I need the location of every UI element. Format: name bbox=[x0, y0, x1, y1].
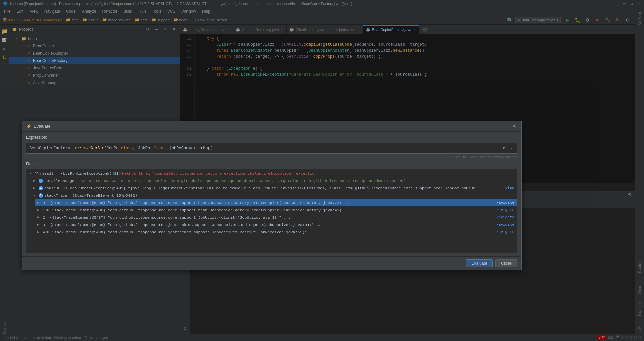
result-val-st2: {StackTraceElement@5487} "com.github.lts… bbox=[50, 215, 291, 220]
close-dialog-button[interactable]: Close bbox=[495, 259, 517, 267]
result-row-cause[interactable]: ▶ i cause = {IllegalStateException@5481}… bbox=[31, 184, 517, 192]
result-val-detail: "Generate BeanCopier error, sourceClass=… bbox=[79, 179, 406, 183]
expr-fn-name: createCopier bbox=[73, 146, 104, 151]
result-error-msg: Method threw 'com.github.ltsopensource.c… bbox=[122, 171, 319, 176]
result-arrow-st3: ▶ bbox=[37, 223, 41, 227]
result-row-st-3[interactable]: ▶ 3 = {StackTraceElement@5488} "com.gith… bbox=[35, 221, 517, 228]
expression-input[interactable]: BeanCopierFactory. createCopier(JobPo.cl… bbox=[26, 143, 517, 154]
result-row-st-2[interactable]: ▶ 2 = {StackTraceElement@5487} "com.gith… bbox=[35, 214, 517, 221]
result-key-detail: detailMessage bbox=[44, 179, 74, 183]
result-key-cause: cause bbox=[44, 186, 56, 190]
evaluate-dialog-footer: Evaluate Close bbox=[22, 256, 521, 270]
expr-paren-open: (JobPo. bbox=[104, 146, 121, 151]
expr-kw-class2: class bbox=[152, 146, 164, 151]
result-row-st-0[interactable]: ▶ 0 = {StackTraceElement@5485} "com.gith… bbox=[35, 199, 517, 206]
evaluate-button[interactable]: Evaluate bbox=[466, 259, 493, 267]
result-row-detailmessage[interactable]: ▶ i detailMessage = "Generate BeanCopier… bbox=[31, 177, 517, 184]
result-key-stacktrace: stackTrace bbox=[44, 193, 67, 198]
result-nav-cause[interactable]: View bbox=[505, 186, 514, 190]
expr-sep2: , jobPoConverterMap bbox=[164, 146, 210, 151]
result-val-st1: {StackTraceElement@5486} "com.github.lts… bbox=[50, 208, 353, 212]
result-val-st3: {StackTraceElement@5488} "com.github.lts… bbox=[50, 223, 323, 227]
evaluate-dialog-icon: ⚡ bbox=[26, 124, 32, 129]
result-val-cause: {IllegalStateException@5481} "java.lang.… bbox=[61, 186, 484, 190]
result-key-st4: 4 bbox=[43, 230, 45, 234]
result-eq-st3: = bbox=[46, 223, 49, 227]
result-info-icon-cause: i bbox=[39, 186, 43, 190]
result-nav-st1[interactable]: Navigate bbox=[496, 208, 514, 212]
result-key-st2: 2 bbox=[43, 215, 45, 220]
result-key-st1: 1 bbox=[43, 208, 45, 212]
result-eq-st0: = bbox=[46, 201, 49, 205]
result-arrow-detail: ▶ bbox=[33, 179, 37, 183]
result-row-st-1[interactable]: ▶ 1 = {StackTraceElement@5486} "com.gith… bbox=[35, 206, 517, 214]
result-arrow-st0: ▶ bbox=[37, 201, 41, 205]
evaluate-close-button[interactable]: ✕ bbox=[511, 123, 517, 130]
result-row-st-4[interactable]: ▶ 4 = {StackTraceElement@5489} "com.gith… bbox=[35, 228, 517, 236]
evaluate-dialog-header: ⚡ Evaluate ✕ bbox=[22, 121, 521, 132]
result-eq-st2: = bbox=[46, 215, 49, 220]
result-nav-st0[interactable]: Navigate bbox=[496, 201, 514, 205]
evaluate-dialog-title-area: ⚡ Evaluate bbox=[26, 124, 511, 129]
result-val-st0: {StackTraceElement@5485} "com.github.lts… bbox=[50, 201, 353, 205]
more-icon[interactable]: ⋮ bbox=[508, 145, 514, 151]
expr-paren-close: ) bbox=[210, 146, 213, 151]
result-arrow-st2: ▶ bbox=[37, 215, 41, 219]
result-arrow-st1: ▶ bbox=[37, 208, 41, 212]
result-nav-st2[interactable]: Navigate bbox=[496, 215, 514, 219]
result-val-st4: {StackTraceElement@5489} "com.github.lts… bbox=[50, 230, 316, 234]
result-info-icon-detail: i bbox=[39, 179, 43, 183]
result-key-st3: 3 bbox=[43, 223, 45, 227]
result-oo-icon: oo bbox=[35, 172, 39, 175]
result-eq-cause: = bbox=[57, 186, 60, 190]
evaluate-dialog-title: Evaluate bbox=[34, 124, 51, 129]
result-eq-st1: = bbox=[46, 208, 49, 212]
expression-text: BeanCopierFactory. createCopier(JobPo.cl… bbox=[29, 146, 213, 151]
result-label: Result: bbox=[26, 162, 517, 166]
evaluate-dialog-body: Expression: BeanCopierFactory. createCop… bbox=[22, 132, 521, 256]
result-arrow-stacktrace: ▾ bbox=[33, 193, 37, 197]
evaluate-hint: Use Ctrl+Shift+Enter to add to Watches bbox=[26, 155, 517, 159]
expression-label: Expression: bbox=[26, 135, 517, 140]
result-row-root[interactable]: ▾ oo result = {LtsRuntimeException@5431}… bbox=[26, 169, 517, 177]
result-nav-st3[interactable]: Navigate bbox=[496, 223, 514, 227]
result-eq-st4: = bbox=[46, 230, 49, 234]
result-info-icon-stacktrace: i bbox=[39, 193, 43, 198]
result-tree: ▾ oo result = {LtsRuntimeException@5431}… bbox=[26, 169, 517, 253]
result-arrow-root: ▾ bbox=[29, 171, 33, 175]
result-key-root: result = {LtsRuntimeException@5431} bbox=[40, 171, 121, 176]
result-arrow-cause: ▶ bbox=[33, 186, 37, 190]
expr-kw-class1: class bbox=[121, 146, 133, 151]
result-key-st0: 0 bbox=[43, 201, 45, 205]
expr-sep1: , JobPo. bbox=[133, 146, 153, 151]
evaluate-dialog: ⚡ Evaluate ✕ Expression: BeanCopierFacto… bbox=[22, 121, 522, 270]
result-val-stacktrace: {StackTraceElement[15]@5482} bbox=[72, 193, 137, 198]
expr-class-name: BeanCopierFactory. bbox=[29, 146, 73, 151]
expand-icon[interactable]: ▼ bbox=[501, 145, 507, 151]
result-row-stacktrace[interactable]: ▾ i stackTrace = {StackTraceElement[15]@… bbox=[31, 192, 517, 199]
result-eq-detail: = bbox=[76, 179, 78, 183]
result-eq-stacktrace: = bbox=[69, 193, 71, 198]
expression-icons: ▼ ⋮ bbox=[501, 145, 514, 151]
result-arrow-st4: ▶ bbox=[37, 230, 41, 234]
result-nav-st4[interactable]: Navigate bbox=[496, 230, 514, 234]
